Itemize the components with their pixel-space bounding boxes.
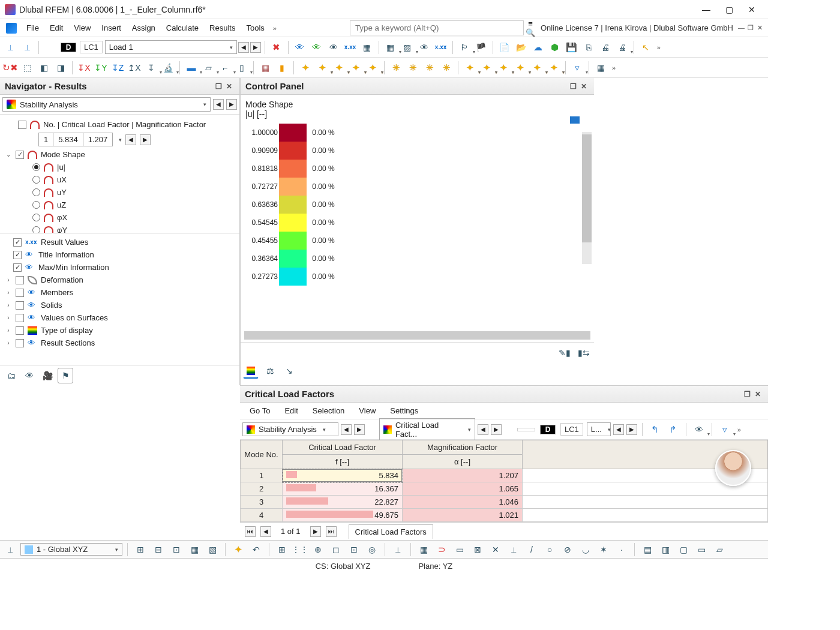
lc-next-button[interactable]: ▶ [250, 42, 261, 53]
table-row[interactable]: 322.8271.046 [241, 496, 768, 509]
osnap-perp-icon[interactable]: ⟂ [506, 542, 521, 557]
gen-load3-icon[interactable]: ✦ [496, 60, 511, 76]
toolbar1-overflow[interactable]: » [655, 44, 663, 51]
results-values-icon[interactable]: x.xx [343, 40, 358, 55]
cp-edit-values-icon[interactable]: ▮⇆ [576, 345, 592, 361]
render-icon[interactable]: ▨ [400, 40, 415, 55]
radio-uy[interactable] [32, 188, 40, 196]
tp-lc-select[interactable]: L...▾ [587, 422, 611, 436]
navigator-analysis-select[interactable]: Stability Analysis ▾ [2, 97, 211, 112]
star2-icon[interactable]: ✦ [314, 60, 330, 76]
mesh-icon[interactable]: ▦ [257, 60, 273, 76]
table-row[interactable]: 449.6751.021 [241, 509, 768, 522]
cube-side-icon[interactable]: ◨ [53, 60, 68, 76]
toolbar2-overflow[interactable]: » [610, 64, 618, 71]
star-line2-icon[interactable]: ✦ [348, 60, 364, 76]
cs-icon[interactable]: ⟂ [2, 542, 18, 557]
tp-undock-icon[interactable]: ❐ [742, 390, 752, 398]
bars-icon[interactable]: ▮ [274, 60, 290, 76]
gen-load6-icon[interactable]: ✦ [546, 60, 562, 76]
tp-menu-settings[interactable]: Settings [384, 404, 424, 417]
load-solid-icon[interactable]: ✳ [439, 60, 454, 76]
osnap-cross-icon[interactable]: ✕ [488, 542, 503, 557]
guide-bar-icon[interactable]: ▭ [694, 542, 709, 557]
osnap-int-icon[interactable]: ✶ [596, 542, 611, 557]
menu-insert[interactable]: Insert [97, 21, 126, 35]
mdi-restore-icon[interactable]: ❐ [748, 24, 756, 32]
clf-values-row[interactable]: 1 5.834 1.207 [38, 133, 113, 146]
cp-edit-colors-icon[interactable]: ✎▮ [557, 345, 572, 361]
radio-uz[interactable] [32, 201, 40, 209]
star1-icon[interactable]: ✦ [298, 60, 313, 76]
menu-results[interactable]: Results [205, 21, 240, 35]
osnap-diag-icon[interactable]: ⊠ [470, 542, 485, 557]
cp-hscroll[interactable] [244, 331, 590, 340]
filter-icon[interactable]: ▿ [569, 60, 585, 76]
tp-menu-goto[interactable]: Go To [244, 404, 276, 417]
radio-ux[interactable] [32, 176, 40, 184]
nav-tab-data-icon[interactable]: 🗂 [4, 368, 19, 383]
axis-neg-x-icon[interactable]: ↥X [127, 60, 142, 76]
axis-menu-icon[interactable]: ↧ [143, 60, 159, 76]
maximize-button[interactable]: ▢ [718, 0, 740, 19]
tp-sel2-next[interactable]: ▶ [491, 424, 502, 435]
snap-center-icon[interactable]: ◎ [364, 542, 380, 557]
grid-icon[interactable]: ▦ [593, 60, 608, 76]
radio-phix[interactable] [32, 214, 40, 221]
pager-first[interactable]: ⏮ [245, 526, 256, 537]
snap-cross-icon[interactable]: ⊕ [310, 542, 326, 557]
th-clf[interactable]: Critical Load Factor [283, 440, 403, 455]
cp-undock-icon[interactable]: ❐ [568, 82, 578, 91]
chk-result-values[interactable] [13, 238, 22, 247]
menu-tools[interactable]: Tools [241, 21, 269, 35]
load-area-icon[interactable]: ✳ [422, 60, 437, 76]
nav-tab-views-icon[interactable]: 🎥 [40, 368, 55, 383]
clf-next[interactable]: ▶ [140, 134, 151, 145]
tp-filter-icon[interactable]: ▿ [717, 422, 733, 437]
sb-star-icon[interactable]: ✦ [230, 542, 246, 557]
pager-prev[interactable]: ◀ [260, 526, 271, 537]
axis-z-icon[interactable]: ↧Z [110, 60, 125, 76]
menu-edit[interactable]: Edit [45, 21, 68, 35]
osnap-grid-icon[interactable]: ▦ [416, 542, 431, 557]
eye-section-icon[interactable]: 👁 [326, 40, 341, 55]
chk-display-type[interactable] [16, 326, 24, 335]
mdi-minimize-icon[interactable]: — [738, 24, 746, 32]
cp-tab-factor-icon[interactable]: ⚖ [262, 363, 278, 379]
chk-deformation[interactable] [16, 276, 24, 284]
chk-solids[interactable] [16, 301, 24, 310]
cube-front-icon[interactable]: ◧ [36, 60, 52, 76]
block-icon[interactable]: ⬢ [547, 40, 563, 55]
open-file-icon[interactable]: 📂 [514, 40, 529, 55]
chk-title-info[interactable] [13, 251, 22, 259]
assistant-avatar[interactable] [715, 450, 751, 486]
close-button[interactable]: ✕ [740, 0, 763, 19]
cs-select[interactable]: 1 - Global XYZ▾ [20, 543, 122, 556]
eye-result-icon[interactable]: 👁 [416, 40, 432, 55]
delete-results-icon[interactable]: ✖ [269, 40, 284, 55]
menu-file[interactable]: File [22, 21, 44, 35]
tp-eye-icon[interactable]: 👁 [691, 422, 707, 437]
cp-scrollbar[interactable] [582, 132, 592, 264]
osnap-rect-icon[interactable]: ▭ [452, 542, 467, 557]
animation-icon[interactable]: 🏳 [457, 40, 472, 55]
sb-undo-icon[interactable]: ↶ [248, 542, 264, 557]
snap-dots-icon[interactable]: ⋮⋮ [292, 542, 308, 557]
chk-sections[interactable] [16, 339, 24, 347]
cube-iso-icon[interactable]: ⬚ [19, 60, 35, 76]
chk-maxmin[interactable] [13, 263, 22, 272]
chk-values-surf[interactable] [16, 314, 24, 322]
tp-sync-sel-icon[interactable]: ↰ [647, 422, 663, 437]
tp-sel2-prev[interactable]: ◀ [478, 424, 488, 435]
osnap-tan-icon[interactable]: ⊘ [560, 542, 575, 557]
osnap-arc-icon[interactable]: ◡ [578, 542, 593, 557]
radio-u[interactable] [32, 163, 40, 171]
contour-icon[interactable]: ▦ [383, 40, 398, 55]
mode-shape-checkbox[interactable] [16, 151, 24, 159]
guide-box-icon[interactable]: ▢ [676, 542, 691, 557]
gen-load2-icon[interactable]: ✦ [479, 60, 494, 76]
menu-view[interactable]: View [69, 21, 95, 35]
tp-sel1-next[interactable]: ▶ [354, 424, 365, 435]
snap-end-icon[interactable]: ◻ [328, 542, 344, 557]
gen-load4-icon[interactable]: ✦ [512, 60, 528, 76]
